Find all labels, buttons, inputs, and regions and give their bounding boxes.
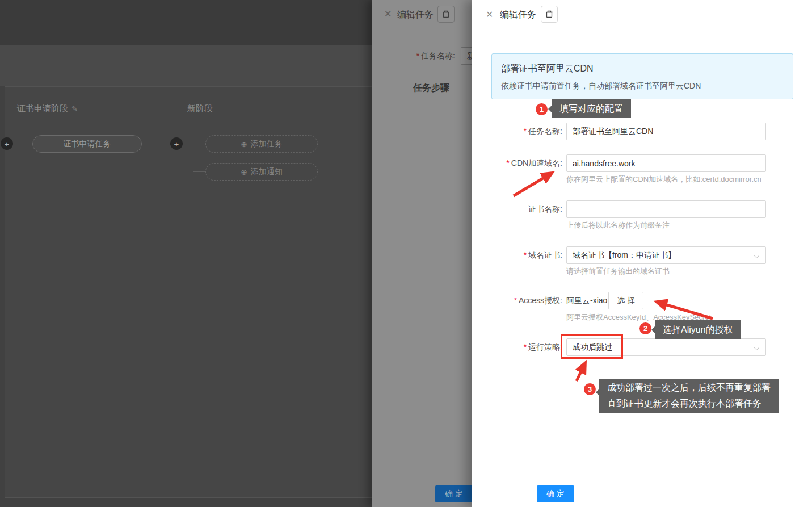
cert-name-label: 证书名称: bbox=[472, 200, 562, 218]
app-root: 证书申请阶段✎ 新阶段 + + 证书申请任务 ⊕ 添加任务 ⊕ 添加通知 ✕ 编… bbox=[0, 0, 812, 507]
task-name-label: *任务名称: bbox=[472, 123, 562, 140]
domain-cert-help: 请选择前置任务输出的域名证书 bbox=[566, 266, 670, 276]
edit-task-drawer: ✕ 编辑任务 部署证书至阿里云CDN 依赖证书申请前置任务，自动部署域名证书至阿… bbox=[472, 0, 812, 507]
annotation-badge-1: 1 bbox=[536, 103, 548, 115]
annotation-3-line1: 成功部署过一次之后，后续不再重复部署 bbox=[607, 380, 771, 396]
edit-pencil-icon[interactable]: ✎ bbox=[71, 104, 78, 113]
domain-cert-select[interactable]: 域名证书【from：申请证书】 bbox=[566, 246, 766, 264]
annotation-3-line2: 直到证书更新才会再次执行本部署任务 bbox=[607, 396, 771, 412]
plugin-info-box: 部署证书至阿里云CDN 依赖证书申请前置任务，自动部署域名证书至阿里云CDN bbox=[491, 53, 793, 99]
underlay-task-name-label: *任务名称: bbox=[416, 51, 455, 61]
page-sub-header bbox=[0, 45, 375, 86]
cdn-domain-help: 你在阿里云上配置的CDN加速域名，比如:certd.docmirror.cn bbox=[566, 174, 761, 185]
annotation-badge-2: 2 bbox=[639, 322, 651, 334]
add-notification-button[interactable]: ⊕ 添加通知 bbox=[205, 163, 318, 181]
annotation-tooltip-3: 成功部署过一次之后，后续不再重复部署 直到证书更新才会再次执行本部署任务 bbox=[599, 379, 779, 413]
access-select-button[interactable]: 选 择 bbox=[608, 292, 643, 309]
add-stage-button-left[interactable]: + bbox=[1, 137, 13, 150]
trash-icon bbox=[545, 10, 554, 19]
page-top-header bbox=[0, 0, 375, 45]
domain-cert-value: 域名证书【from：申请证书】 bbox=[573, 250, 676, 259]
annotation-badge-3: 3 bbox=[584, 383, 596, 395]
chevron-down-icon bbox=[754, 253, 759, 258]
cert-name-help: 上传后将以此名称作为前缀备注 bbox=[566, 220, 670, 231]
add-stage-button-right[interactable]: + bbox=[170, 137, 183, 150]
plus-icon: + bbox=[174, 139, 179, 149]
annotation-tooltip-2: 选择Aliyun的授权 bbox=[655, 320, 741, 339]
close-icon[interactable]: ✕ bbox=[384, 9, 392, 19]
annotation-tooltip-1: 填写对应的配置 bbox=[552, 99, 631, 118]
edit-task-drawer-underlay: ✕ 编辑任务 *任务名称: 新 任务步骤 确 定 bbox=[372, 0, 472, 507]
underlay-task-name-input[interactable]: 新 bbox=[461, 47, 472, 65]
connector-line bbox=[183, 144, 205, 144]
connector-line bbox=[13, 144, 32, 144]
plugin-title: 部署证书至阿里云CDN bbox=[501, 63, 784, 75]
highlight-box bbox=[561, 334, 623, 359]
cdn-domain-input[interactable] bbox=[566, 154, 766, 172]
circle-plus-icon: ⊕ bbox=[241, 167, 247, 177]
connector-line bbox=[193, 144, 193, 171]
stage1-title: 证书申请阶段✎ bbox=[17, 103, 78, 114]
add-task-button[interactable]: ⊕ 添加任务 bbox=[205, 135, 318, 153]
underlay-drawer-title: 编辑任务 bbox=[397, 9, 434, 21]
add-notification-label: 添加通知 bbox=[251, 167, 283, 177]
delete-task-button[interactable] bbox=[541, 6, 558, 23]
drawer-title: 编辑任务 bbox=[500, 9, 536, 21]
workflow-canvas: 证书申请阶段✎ 新阶段 + + 证书申请任务 ⊕ 添加任务 ⊕ 添加通知 bbox=[0, 86, 375, 507]
add-task-label: 添加任务 bbox=[251, 139, 283, 149]
task-steps-heading: 任务步骤 bbox=[413, 82, 449, 94]
cdn-domain-label: *CDN加速域名: bbox=[472, 154, 562, 172]
task-node-cert-request[interactable]: 证书申请任务 bbox=[32, 135, 142, 153]
stage2-title: 新阶段 bbox=[187, 103, 213, 114]
cert-name-input[interactable] bbox=[566, 200, 766, 218]
connector-line bbox=[142, 144, 170, 144]
task-name-input[interactable] bbox=[566, 123, 766, 140]
access-label: *Access授权: bbox=[472, 292, 562, 309]
chevron-down-icon bbox=[754, 345, 759, 350]
trash-icon bbox=[441, 10, 451, 19]
domain-cert-label: *域名证书: bbox=[472, 246, 562, 264]
plus-icon: + bbox=[5, 139, 10, 149]
access-value: 阿里云-xiao bbox=[566, 292, 608, 309]
confirm-button[interactable]: 确 定 bbox=[537, 485, 574, 502]
plugin-description: 依赖证书申请前置任务，自动部署域名证书至阿里云CDN bbox=[501, 81, 784, 91]
run-strategy-label: *运行策略: bbox=[472, 338, 562, 356]
underlay-confirm-button[interactable]: 确 定 bbox=[435, 485, 472, 502]
connector-line bbox=[193, 171, 205, 172]
delete-task-button[interactable] bbox=[437, 6, 455, 23]
close-icon[interactable]: ✕ bbox=[486, 9, 493, 20]
circle-plus-icon: ⊕ bbox=[241, 140, 247, 149]
